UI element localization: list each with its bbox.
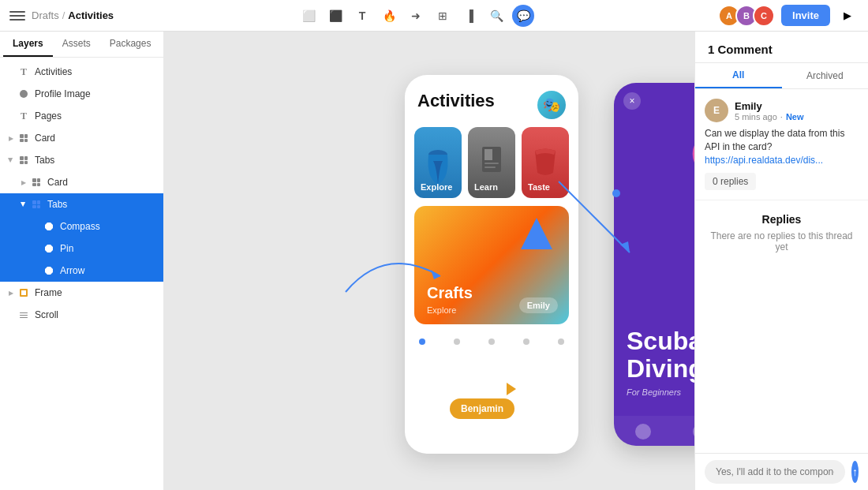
wp-taste-label: Taste	[528, 182, 550, 192]
pen-tool-btn[interactable]: 🔥	[378, 5, 400, 27]
comment-link[interactable]: https://api.realdata.dev/dis...	[705, 155, 823, 166]
layer-activities[interactable]: T Activities	[0, 61, 163, 83]
topbar: Drafts / Activities ⬜ ⬛ T 🔥 ➜ ⊞ ▐ 🔍 💬 A …	[0, 0, 868, 32]
octagon-pin-icon	[43, 242, 55, 255]
grid-card2-icon	[30, 176, 43, 189]
layer-activities-label: Activities	[35, 66, 72, 77]
nav-dot-2	[454, 339, 460, 345]
nav-dot-1	[419, 339, 425, 345]
split-tool-btn[interactable]: ▐	[458, 5, 481, 27]
grid-tabs1-icon	[17, 154, 30, 166]
wp-explore-label: Explore	[421, 182, 452, 192]
layer-arrow[interactable]: Arrow	[0, 260, 163, 282]
comment-text: Can we display the data from this API in…	[705, 127, 859, 166]
octagon-arrow-icon	[43, 264, 55, 277]
layer-profile-image[interactable]: Profile Image	[0, 83, 163, 105]
phone-purple: × +	[614, 83, 694, 446]
benjamin-bubble: Benjamin	[450, 398, 514, 419]
wp-avatar: 🎭	[537, 91, 566, 119]
svg-rect-3	[485, 163, 499, 164]
pp-subtitle: For Beginners	[627, 387, 681, 397]
sidebar: Layers Assets Packages T Activities Prof…	[0, 32, 164, 490]
pp-nav-icon-1	[635, 424, 651, 440]
expand-activities-icon	[6, 67, 16, 77]
breadcrumb-sep: /	[62, 9, 65, 21]
wp-big-card-label: Crafts	[427, 284, 473, 302]
comments-header: 1 Comment	[695, 32, 868, 63]
layer-card1-label: Card	[35, 133, 55, 144]
comment-tool-btn[interactable]: 💬	[512, 5, 534, 27]
grid-card1-icon	[17, 132, 30, 144]
expand-scroll-icon	[6, 310, 16, 320]
layer-frame[interactable]: ▶ Frame	[0, 282, 163, 304]
wp-card-learn: Learn	[468, 127, 515, 198]
menu-button[interactable]	[9, 8, 25, 24]
pp-nav-icon-2	[693, 424, 694, 440]
expand-profile-icon	[6, 89, 16, 99]
shape-tool-btn[interactable]: ⬛	[324, 5, 346, 27]
layer-scroll[interactable]: Scroll	[0, 304, 163, 326]
tab-layers[interactable]: Layers	[3, 32, 53, 57]
comment-author-name: Emily	[735, 100, 804, 112]
play-button[interactable]: ▶	[836, 5, 859, 27]
wp-emily-badge: Emily	[519, 297, 558, 313]
layer-card-2[interactable]: ▶ Card	[0, 171, 163, 193]
reply-input[interactable]	[705, 460, 845, 484]
layer-card-1[interactable]: ▶ Card	[0, 127, 163, 149]
search-tool-btn[interactable]: 🔍	[485, 5, 507, 27]
wp-cards: Explore Learn	[405, 127, 578, 198]
layer-compass-label: Compass	[60, 221, 100, 232]
pp-close-btn[interactable]: ×	[623, 92, 641, 110]
comment-filter: All Archived	[695, 63, 868, 89]
expand-tabs1-icon: ▶	[6, 155, 16, 165]
replies-btn[interactable]: 0 replies	[705, 173, 756, 190]
comment-meta: 5 mins ago · New	[735, 112, 804, 122]
sidebar-tabs: Layers Assets Packages	[0, 32, 163, 58]
svg-rect-2	[485, 149, 492, 160]
expand-pin-icon	[32, 244, 41, 253]
layer-tabs-selected[interactable]: ▶ Tabs	[0, 193, 163, 215]
layer-pages-label: Pages	[35, 110, 62, 122]
layer-pin[interactable]: Pin	[0, 238, 163, 260]
frame-tool-btn[interactable]: ⬜	[297, 5, 320, 27]
breadcrumb-drafts[interactable]: Drafts	[32, 9, 59, 21]
tab-packages[interactable]: Packages	[100, 32, 161, 57]
topbar-right: A B C Invite ▶	[718, 5, 859, 27]
wp-big-card: Crafts Explore Emily	[414, 206, 569, 324]
layer-tabs-1[interactable]: ▶ Tabs	[0, 149, 163, 171]
invite-button[interactable]: Invite	[781, 5, 830, 26]
pp-jellyfish	[677, 107, 694, 249]
wp-big-card-sub: Explore	[427, 305, 456, 315]
layer-tabs1-label: Tabs	[35, 155, 54, 166]
text-tool-btn[interactable]: T	[351, 5, 373, 27]
nav-dot-5	[558, 339, 564, 345]
comment-new-badge: New	[786, 112, 804, 122]
benjamin-tooltip: Benjamin	[450, 383, 514, 419]
layer-pin-label: Pin	[60, 243, 73, 254]
svg-marker-5	[521, 218, 552, 249]
pp-bottom-nav	[614, 416, 694, 446]
arrow-tool-btn[interactable]: ➜	[405, 5, 427, 27]
text-pages-icon: T	[17, 110, 30, 122]
filter-archived-btn[interactable]: Archived	[782, 63, 869, 88]
reply-input-area: ↑	[695, 453, 868, 490]
toolbar: ⬜ ⬛ T 🔥 ➜ ⊞ ▐ 🔍 💬	[297, 5, 534, 27]
breadcrumb: Drafts / Activities	[32, 9, 114, 21]
main-layout: Layers Assets Packages T Activities Prof…	[0, 32, 868, 490]
octagon-compass-icon	[43, 220, 55, 233]
layer-arrow-label: Arrow	[60, 265, 84, 276]
grid-tool-btn[interactable]: ⊞	[432, 5, 454, 27]
circle-icon	[17, 88, 30, 100]
reply-send-btn[interactable]: ↑	[851, 461, 859, 483]
layer-card2-label: Card	[47, 177, 68, 188]
expand-card2-icon: ▶	[19, 178, 28, 187]
nav-dot-3	[488, 339, 495, 345]
layer-compass[interactable]: Compass	[0, 215, 163, 238]
wp-title: Activities	[417, 91, 495, 111]
filter-all-btn[interactable]: All	[695, 63, 782, 88]
lines-scroll-icon	[17, 309, 30, 321]
layer-pages[interactable]: T Pages	[0, 105, 163, 127]
tab-assets[interactable]: Assets	[53, 32, 100, 57]
blue-connection-dot	[612, 189, 620, 197]
grid-tabs-sel-icon	[30, 198, 43, 211]
